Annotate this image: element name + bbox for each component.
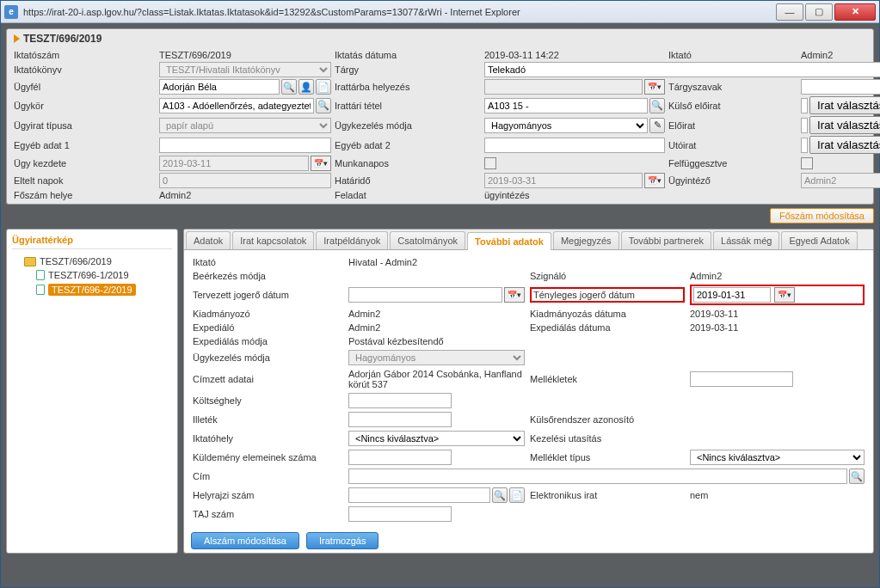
tree-item-1[interactable]: TESZT/696-1/2019 xyxy=(36,268,172,282)
btn-iratmozgas[interactable]: Iratmozgás xyxy=(306,532,378,549)
inp-targy[interactable] xyxy=(484,62,880,77)
inp-eloirat[interactable] xyxy=(801,118,808,133)
val-iktato: Admin2 xyxy=(801,50,880,60)
lbl-egyeb2: Egyéb adat 2 xyxy=(335,140,481,150)
case-title: TESZT/696/2019 xyxy=(14,33,866,45)
sel-iktatokonyv[interactable]: TESZT/Hivatali Iktatókönyv xyxy=(159,62,331,77)
chk-munkanapos[interactable] xyxy=(484,157,496,169)
lbl-iktatas-datuma: Iktatás dátuma xyxy=(335,50,481,60)
lbl-d-ugykezeles: Ügykezelés módja xyxy=(193,352,343,363)
inp-tenyleges-jogero[interactable] xyxy=(693,287,771,303)
sel-iktatohely[interactable]: <Nincs kiválasztva> xyxy=(348,431,525,446)
inp-utoirat[interactable] xyxy=(801,138,808,153)
inp-illetek[interactable] xyxy=(348,412,452,427)
inp-cim[interactable] xyxy=(348,469,847,484)
lbl-expedialo: Expediáló xyxy=(193,322,343,333)
tab-irat-kapcsolatok[interactable]: Irat kapcsolatok xyxy=(232,231,314,249)
folder-icon xyxy=(24,257,36,266)
lbl-kezelesi: Kezelési utasítás xyxy=(530,433,685,444)
tabstrip: Adatok Irat kapcsolatok Iratpéldányok Cs… xyxy=(184,230,873,250)
maximize-button[interactable]: ▢ xyxy=(805,3,833,21)
btn-irat-valasztas-2[interactable]: Irat választás xyxy=(809,116,880,134)
search-icon[interactable]: 🔍 xyxy=(649,98,665,113)
val-cimzett: Adorján Gábor 2014 Csobánka, Hanfland kö… xyxy=(348,369,525,389)
tab-megjegyzes[interactable]: Megjegyzés xyxy=(553,231,619,249)
inp-taj[interactable] xyxy=(348,506,452,522)
search-icon[interactable]: 🔍 xyxy=(316,98,331,113)
val-feladat: ügyintézés xyxy=(484,190,665,200)
tab-tovabbi-adatok[interactable]: További adatok xyxy=(467,232,551,250)
lbl-koltseghely: Költséghely xyxy=(193,395,343,406)
edit-icon[interactable]: ✎ xyxy=(649,118,665,133)
inp-ugykor[interactable] xyxy=(159,98,314,113)
lbl-exp-modja: Expediálás módja xyxy=(193,336,343,346)
inp-ugykezdete[interactable] xyxy=(159,156,309,171)
sel-ugyirat-tipusa[interactable]: papír alapú xyxy=(159,118,331,133)
inp-helyrajzi[interactable] xyxy=(348,487,490,503)
tree-item-2[interactable]: TESZT/696-2/2019 xyxy=(36,282,172,297)
sel-melleklet-tipus[interactable]: <Nincs kiválasztva> xyxy=(690,450,865,465)
val-iktatas-datuma: 2019-03-11 14:22 xyxy=(484,50,665,60)
bottom-buttons: Alszám módosítása Iratmozgás xyxy=(184,529,873,553)
lbl-irattarba: Irattárba helyezés xyxy=(335,82,481,92)
tab-tovabbi-partnerek[interactable]: További partnerek xyxy=(621,231,711,249)
calendar-icon[interactable]: 📅▾ xyxy=(644,79,665,95)
arrow-icon xyxy=(14,34,20,43)
inp-koltseghely[interactable] xyxy=(348,393,452,408)
lbl-exp-datum: Expediálás dátuma xyxy=(530,322,685,333)
val-kiadmanyozo: Admin2 xyxy=(348,309,525,319)
doc-icon[interactable]: 📄 xyxy=(316,79,331,95)
inp-egyeb2[interactable] xyxy=(484,138,665,153)
lbl-felfuggesztve: Felfüggesztve xyxy=(668,158,797,168)
inp-tervezett-jogero[interactable] xyxy=(348,287,502,303)
val-elektronikus: nem xyxy=(690,490,865,500)
tab-lassak-meg[interactable]: Lássák még xyxy=(713,231,779,249)
sel-d-ugykezeles[interactable]: Hagyományos xyxy=(348,350,525,365)
inp-mellekletek[interactable] xyxy=(690,371,793,387)
sel-ugykezeles[interactable]: Hagyományos xyxy=(484,118,648,133)
btn-irat-valasztas-1[interactable]: Irat választás xyxy=(809,96,880,114)
search-icon[interactable]: 🔍 xyxy=(849,469,865,484)
calendar-icon[interactable]: 📅▾ xyxy=(644,173,665,188)
tab-adatok[interactable]: Adatok xyxy=(186,231,231,249)
tab-egyedi-adatok[interactable]: Egyedi Adatok xyxy=(781,231,857,249)
user-icon[interactable]: 👤 xyxy=(298,79,314,95)
btn-irat-valasztas-3[interactable]: Irat választás xyxy=(809,136,880,154)
inp-kuldemeny[interactable] xyxy=(348,450,452,465)
close-button[interactable]: ✕ xyxy=(834,3,876,21)
calendar-icon[interactable]: 📅▾ xyxy=(311,156,331,171)
lower-area: Ügyirattérkép TESZT/696/2019 TESZT/696-1… xyxy=(6,229,874,554)
lbl-cim: Cím xyxy=(193,471,343,481)
minimize-button[interactable]: — xyxy=(776,3,803,21)
inp-hatarido[interactable] xyxy=(484,173,643,188)
main-form: Iktatószám TESZT/696/2019 Iktatás dátuma… xyxy=(14,50,866,200)
search-icon[interactable]: 🔍 xyxy=(281,79,297,95)
lbl-foszam-helye: Főszám helye xyxy=(14,190,156,200)
tab-csatolmanyok[interactable]: Csatolmányok xyxy=(390,231,465,249)
chk-felfuggesztve[interactable] xyxy=(801,157,813,169)
btn-alszam[interactable]: Alszám módosítása xyxy=(191,532,299,549)
lbl-kiadm-datum: Kiadmányozás dátuma xyxy=(530,309,685,319)
tree-root[interactable]: TESZT/696/2019 xyxy=(24,254,172,268)
doc-icon[interactable]: 📄 xyxy=(509,487,525,503)
inp-irattari-tetel[interactable] xyxy=(484,98,648,113)
titlebar: e https://irat-20-i.asp.lgov.hu/?class=L… xyxy=(1,1,879,23)
val-exp-modja: Postával kézbesítendő xyxy=(348,336,525,346)
val-exp-datum: 2019-03-11 xyxy=(690,322,865,333)
inp-irattarba[interactable] xyxy=(484,79,643,95)
calendar-icon[interactable]: 📅▾ xyxy=(774,287,795,303)
inp-kulso-eloirat[interactable] xyxy=(801,98,808,113)
btn-foszam-modositasa[interactable]: Főszám módosítása xyxy=(770,208,874,224)
tab-iratpeldanyok[interactable]: Iratpéldányok xyxy=(316,231,388,249)
ie-icon: e xyxy=(4,5,18,19)
lbl-taj: TAJ szám xyxy=(193,509,343,519)
inp-egyeb1[interactable] xyxy=(159,138,331,153)
inp-ugyfel[interactable] xyxy=(159,79,280,95)
lbl-iktatokonyv: Iktatókönyv xyxy=(14,64,156,75)
search-icon[interactable]: 🔍 xyxy=(492,487,508,503)
content-area: TESZT/696/2019 Iktatószám TESZT/696/2019… xyxy=(1,23,879,559)
calendar-icon[interactable]: 📅▾ xyxy=(504,287,525,303)
inp-targyszavak[interactable] xyxy=(801,79,880,95)
lbl-egyeb1: Egyéb adat 1 xyxy=(14,140,156,150)
lbl-helyrajzi: Helyrajzi szám xyxy=(193,490,343,500)
